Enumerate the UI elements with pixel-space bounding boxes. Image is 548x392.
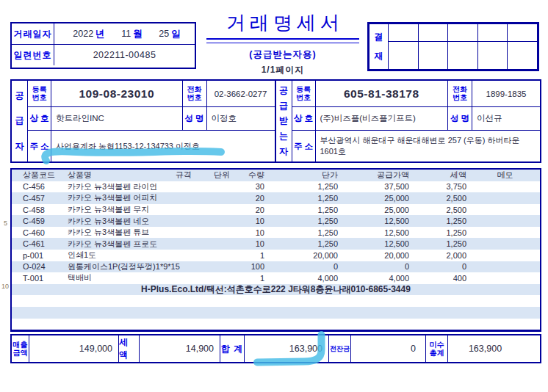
buyer-side-char: 공 bbox=[279, 84, 288, 97]
date-value: 2022년 11월 25일 bbox=[54, 23, 195, 44]
cell-product-code: C-459 bbox=[12, 217, 68, 225]
date-day-group: 25일 bbox=[159, 28, 180, 40]
table-row: T-001 택배비 1 4,000 4,000 400 bbox=[12, 272, 540, 284]
cell-product-code: C-460 bbox=[12, 228, 68, 237]
registration-label-line: 등록 bbox=[296, 86, 311, 94]
date-month: 11 bbox=[121, 29, 131, 39]
page-indicator: 1/1페이지 bbox=[206, 64, 359, 76]
phone-label-line: 전화 bbox=[187, 86, 202, 94]
header-unit-price: 단가 bbox=[268, 170, 342, 181]
approval-label-top: 결 bbox=[375, 31, 383, 43]
cell-supply-amount: 37,500 bbox=[342, 182, 413, 191]
approval-cell-top bbox=[419, 24, 448, 42]
cell-product-name: 카카오 뉴3색볼펜 라이언 bbox=[68, 181, 148, 192]
cell-tax: 2,500 bbox=[413, 194, 470, 203]
cell-product-name: 카카오 뉴3색볼펜 튜브 bbox=[68, 227, 148, 238]
supplier-trade-name: 핫트라인INC bbox=[51, 107, 182, 130]
supplier-registration-number: 109-08-23010 bbox=[51, 81, 182, 106]
supplier-side-char: 급 bbox=[15, 115, 24, 127]
cell-tax: 1,250 bbox=[413, 239, 470, 248]
phone-label: 전화 번호 bbox=[447, 81, 472, 106]
supplier-phone-number: 02-3662-0277 bbox=[207, 81, 275, 106]
cell-quantity: 1 bbox=[234, 274, 268, 283]
cell-product-code: C-456 bbox=[12, 182, 68, 191]
date-month-unit: 월 bbox=[133, 28, 143, 40]
buyer-section: 공 급 받 는 자 등록 번호 605-81-38178 전화 번호 bbox=[276, 81, 541, 161]
buyer-side-label: 공 급 받 는 자 bbox=[276, 81, 292, 161]
approval-cell-bottom bbox=[508, 42, 537, 69]
buyer-side-char: 받 bbox=[279, 115, 288, 127]
cell-unit-price: 0 bbox=[268, 262, 342, 271]
cell-quantity: 20 bbox=[234, 206, 268, 214]
approval-cell-top bbox=[478, 24, 508, 42]
cell-supply-amount: 12,500 bbox=[342, 228, 413, 237]
title-block: 거래명세서 (공급받는자용) 1/1페이지 bbox=[206, 10, 359, 76]
buyer-rows: 등록 번호 605-81-38178 전화 번호 1899-1835 상 호 (… bbox=[292, 81, 541, 161]
row-marker-5: 5 bbox=[4, 219, 7, 227]
cell-product-code: C-461 bbox=[12, 239, 68, 248]
buyer-side-char: 급 bbox=[279, 100, 288, 112]
cell-quantity: 30 bbox=[234, 182, 268, 191]
buyer-address: 부산광역시 해운대구 해운대해변로 257 (우동) 하버타운 1601호 bbox=[316, 131, 541, 161]
buyer-side-char: 자 bbox=[279, 145, 288, 158]
registration-label-line: 번호 bbox=[296, 94, 311, 102]
cell-tax: 1,250 bbox=[413, 217, 470, 225]
invoice-page: 거래일자 2022년 11월 25일 일련번호 202211-00485 거래명… bbox=[0, 0, 548, 392]
cell-product-name: 카카오 뉴3색볼펜 무지 bbox=[68, 204, 148, 215]
sales-amount-value: 149,000 bbox=[29, 335, 119, 362]
cell-quantity: 100 bbox=[234, 262, 268, 271]
table-empty-row bbox=[12, 295, 540, 307]
cell-tax: 0 bbox=[413, 262, 470, 271]
cell-unit-price: 20,000 bbox=[268, 251, 342, 260]
buyer-registration-number: 605-81-38178 bbox=[316, 81, 448, 106]
cell-product-name: 카카오 뉴3색볼펜 어피치 bbox=[68, 192, 148, 203]
cell-tax: 2,500 bbox=[413, 206, 470, 214]
cell-product-name: 택배비 bbox=[68, 272, 148, 283]
registration-label: 등록 번호 bbox=[28, 81, 51, 106]
cell-unit-price: 1,250 bbox=[268, 239, 342, 248]
cell-product-code: O-024 bbox=[12, 262, 68, 271]
cell-quantity: 10 bbox=[234, 228, 268, 237]
serial-label: 일련번호 bbox=[12, 45, 54, 65]
cell-product-code: C-457 bbox=[12, 194, 68, 203]
header-memo: 메모 bbox=[470, 170, 540, 181]
buyer-trade-name: (주)비즈플(비즈플기프트) bbox=[316, 107, 448, 130]
cell-product-name: 인쇄1도 bbox=[68, 250, 148, 261]
receivable-total-label: 미수 총계 bbox=[426, 335, 448, 362]
cell-supply-amount: 0 bbox=[342, 262, 413, 271]
date-day: 25 bbox=[159, 29, 169, 39]
header-tax: 세액 bbox=[413, 170, 470, 181]
approval-cell-top bbox=[508, 24, 537, 42]
serial-value: 202211-00485 bbox=[54, 45, 195, 65]
approval-cell-bottom bbox=[419, 42, 448, 69]
table-row: C-457 카카오 뉴3색볼펜 어피치 20 1,250 25,000 2,50… bbox=[12, 192, 540, 204]
supplier-ceo-name: 이정호 bbox=[207, 107, 275, 130]
supplier-side-label: 공 급 자 bbox=[12, 81, 28, 161]
approval-cell bbox=[507, 24, 537, 69]
date-row: 거래일자 2022년 11월 25일 bbox=[12, 23, 195, 45]
registration-label: 등록 번호 bbox=[292, 81, 316, 106]
parties-box: 공 급 자 등록 번호 109-08-23010 전화 번호 02-3662-0… bbox=[10, 79, 541, 163]
table-notice-row: H-Plus.Eco.Ltd/택선:석촌호수로222 J타워8층윤나래010-6… bbox=[12, 284, 540, 296]
approval-cell-bottom bbox=[448, 42, 477, 69]
receivable-total-label-line: 미수 bbox=[430, 341, 444, 349]
cell-unit-price: 4,000 bbox=[268, 274, 342, 283]
supplier-rows: 등록 번호 109-08-23010 전화 번호 02-3662-0277 상 … bbox=[28, 81, 275, 161]
phone-label: 전화 번호 bbox=[182, 81, 207, 106]
header-spec: 규격 bbox=[148, 170, 195, 181]
supplier-section: 공 급 자 등록 번호 109-08-23010 전화 번호 02-3662-0… bbox=[12, 81, 276, 161]
phone-label-line: 번호 bbox=[453, 94, 467, 102]
table-row: C-461 카카오 뉴3색볼펜 프로도 10 1,250 12,500 1,25… bbox=[12, 238, 540, 250]
approval-cell-bottom bbox=[478, 42, 508, 69]
supplier-registration-row: 등록 번호 109-08-23010 전화 번호 02-3662-0277 bbox=[28, 81, 275, 107]
date-year-group: 2022년 bbox=[73, 28, 104, 40]
table-row: C-459 카카오 뉴3색볼펜 네오 10 1,250 12,500 1,250 bbox=[12, 215, 540, 227]
buyer-ceo-name: 이선규 bbox=[472, 107, 540, 130]
phone-label-line: 전화 bbox=[453, 86, 467, 94]
registration-label-line: 등록 bbox=[32, 86, 47, 94]
cell-unit-price: 1,250 bbox=[268, 182, 342, 191]
cell-quantity: 20 bbox=[234, 194, 268, 203]
summary-bar: 매출 금액 149,000 세 액 14,900 합 계 163,900 전잔금… bbox=[10, 334, 541, 363]
buyer-trade-row: 상 호 (주)비즈플(비즈플기프트) 성 명 이선규 bbox=[292, 107, 541, 131]
cell-supply-amount: 20,000 bbox=[342, 251, 413, 260]
